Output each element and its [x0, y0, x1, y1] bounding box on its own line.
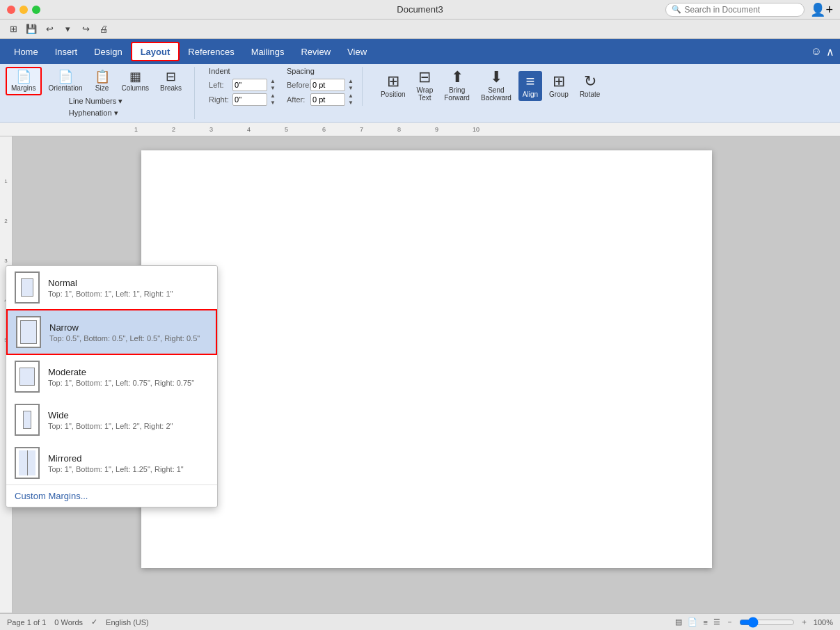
redo-button[interactable]: ↪	[78, 22, 93, 37]
menu-home[interactable]: Home	[6, 42, 47, 61]
spacing-before-down[interactable]: ▼	[348, 85, 354, 92]
indent-label: Indent	[209, 67, 276, 75]
status-left: Page 1 of 1 0 Words ✓ English (US)	[7, 617, 149, 627]
orientation-button[interactable]: 📄 Orientation	[45, 68, 87, 94]
spacing-after-input[interactable]: 0 pt	[310, 93, 345, 106]
margin-option-wide[interactable]: Wide Top: 1", Bottom: 1", Left: 2", Righ…	[6, 398, 217, 441]
account-icon[interactable]: ☺	[811, 45, 822, 58]
margin-thumb-mirrored	[15, 447, 40, 479]
margins-button[interactable]: 📄 Margins	[6, 67, 42, 95]
spacing-before-spinner[interactable]: ▲ ▼	[348, 78, 354, 91]
ribbon-group-arrange: ⊞ Position ⊟ WrapText ⬆ BringForward ⬇ S…	[377, 67, 612, 104]
search-input[interactable]	[684, 5, 795, 15]
undo-dropdown[interactable]: ▾	[60, 22, 75, 37]
spacing-before-value: 0 pt	[312, 81, 325, 89]
page-info: Page 1 of 1	[7, 618, 46, 627]
vruler-1: 1	[4, 178, 7, 184]
indent-left-up[interactable]: ▲	[270, 78, 276, 85]
minimize-button[interactable]	[19, 6, 28, 14]
sidebar-toggle-button[interactable]: ⊞	[6, 22, 21, 37]
position-label: Position	[381, 90, 406, 98]
add-person-icon[interactable]: 👤+	[810, 2, 833, 17]
position-icon: ⊞	[387, 74, 399, 89]
indent-right-input[interactable]: 0"	[232, 93, 267, 106]
indent-left-input[interactable]: 0"	[232, 79, 267, 91]
document-title: Document3	[397, 4, 443, 15]
align-icon: ≡	[526, 74, 535, 89]
indent-right-down[interactable]: ▼	[270, 100, 276, 107]
document-page[interactable]	[141, 150, 712, 568]
zoom-out-icon[interactable]: －	[726, 617, 734, 627]
menu-bar: Home Insert Design Layout References Mai…	[0, 39, 840, 64]
menu-view[interactable]: View	[339, 42, 375, 61]
line-numbers-button[interactable]: Line Numbers ▾	[66, 95, 126, 107]
close-button[interactable]	[7, 6, 15, 14]
send-backward-icon: ⬇	[490, 70, 502, 85]
view-draft-icon[interactable]: ☰	[713, 617, 720, 627]
breaks-button[interactable]: ⊟ Breaks	[156, 68, 186, 94]
rotate-button[interactable]: ↻ Rotate	[576, 71, 604, 101]
spacing-after-up[interactable]: ▲	[348, 93, 354, 100]
margin-dropdown[interactable]: Normal Top: 1", Bottom: 1", Left: 1", Ri…	[6, 265, 218, 507]
columns-label: Columns	[122, 84, 149, 92]
menu-mailings[interactable]: Mailings	[243, 42, 293, 61]
indent-left-down[interactable]: ▼	[270, 85, 276, 92]
zoom-in-icon[interactable]: ＋	[800, 617, 808, 627]
search-icon: 🔍	[672, 5, 681, 14]
track-changes-icon[interactable]: ✓	[91, 617, 97, 627]
print-button[interactable]: 🖨	[96, 22, 111, 37]
ruler-marks: 1 2 3 4 5 6 7 8 9 10	[134, 126, 510, 133]
view-normal-icon[interactable]: ▤	[675, 617, 682, 627]
menu-design[interactable]: Design	[86, 42, 130, 61]
spacing-after-spinner[interactable]: ▲ ▼	[348, 93, 354, 106]
bring-forward-button[interactable]: ⬆ BringForward	[440, 67, 474, 104]
size-button[interactable]: 📋 Size	[90, 68, 115, 94]
zoom-level: 100%	[814, 618, 833, 627]
margin-option-moderate[interactable]: Moderate Top: 1", Bottom: 1", Left: 0.75…	[6, 355, 217, 398]
spacing-before-up[interactable]: ▲	[348, 78, 354, 85]
ruler-mark-7: 7	[360, 126, 397, 133]
indent-left-spinner[interactable]: ▲ ▼	[270, 78, 276, 91]
maximize-button[interactable]	[32, 6, 40, 14]
send-backward-button[interactable]: ⬇ SendBackward	[477, 67, 516, 104]
hyphenation-button[interactable]: Hyphenation ▾	[66, 107, 121, 119]
menu-references[interactable]: References	[180, 42, 242, 61]
group-button[interactable]: ⊞ Group	[545, 71, 573, 101]
wrap-text-button[interactable]: ⊟ WrapText	[413, 67, 438, 104]
ruler-mark-3: 3	[209, 126, 247, 133]
indent-right-up[interactable]: ▲	[270, 93, 276, 100]
title-bar-right: 🔍 👤+	[665, 2, 833, 17]
align-button[interactable]: ≡ Align	[518, 71, 542, 101]
margin-option-narrow[interactable]: Narrow Top: 0.5", Bottom: 0.5", Left: 0.…	[6, 309, 217, 355]
margin-thumb-normal	[15, 271, 40, 304]
indent-right-spinner[interactable]: ▲ ▼	[270, 93, 276, 106]
margin-desc-mirrored: Top: 1", Bottom: 1", Left: 1.25", Right:…	[48, 465, 209, 473]
margin-info-normal: Normal Top: 1", Bottom: 1", Left: 1", Ri…	[48, 278, 209, 298]
zoom-slider[interactable]	[739, 617, 795, 628]
view-outline-icon[interactable]: ≡	[703, 618, 707, 627]
spacing-before-input[interactable]: 0 pt	[310, 79, 345, 91]
ribbon-group-indent-spacing: Indent Left: 0" ▲ ▼ Right: 0"	[209, 67, 363, 106]
line-numbers-label: Line Numbers ▾	[69, 97, 123, 106]
spacing-after-label: After:	[287, 95, 308, 104]
position-button[interactable]: ⊞ Position	[377, 71, 410, 101]
menu-review[interactable]: Review	[292, 42, 339, 61]
margin-desc-narrow: Top: 0.5", Bottom: 0.5", Left: 0.5", Rig…	[49, 334, 207, 342]
save-button[interactable]: 💾	[24, 22, 39, 37]
search-box[interactable]: 🔍	[665, 3, 805, 17]
ribbon-collapse-icon[interactable]: ∧	[826, 45, 834, 58]
menu-insert[interactable]: Insert	[47, 42, 86, 61]
custom-margins-option[interactable]: Custom Margins...	[6, 485, 217, 507]
spacing-group: Spacing Before: 0 pt ▲ ▼ After: 0 pt	[287, 67, 354, 106]
menu-layout[interactable]: Layout	[131, 42, 180, 61]
margin-option-normal[interactable]: Normal Top: 1", Bottom: 1", Left: 1", Ri…	[6, 266, 217, 309]
undo-button[interactable]: ↩	[42, 22, 57, 37]
margin-info-narrow: Narrow Top: 0.5", Bottom: 0.5", Left: 0.…	[49, 322, 207, 342]
margin-option-mirrored[interactable]: Mirrored Top: 1", Bottom: 1", Left: 1.25…	[6, 441, 217, 485]
size-icon: 📋	[95, 70, 110, 83]
columns-button[interactable]: ▦ Columns	[118, 68, 153, 94]
align-label: Align	[523, 90, 538, 98]
ruler-mark-6: 6	[322, 126, 360, 133]
view-layout-icon[interactable]: 📄	[688, 617, 697, 627]
spacing-after-down[interactable]: ▼	[348, 100, 354, 107]
